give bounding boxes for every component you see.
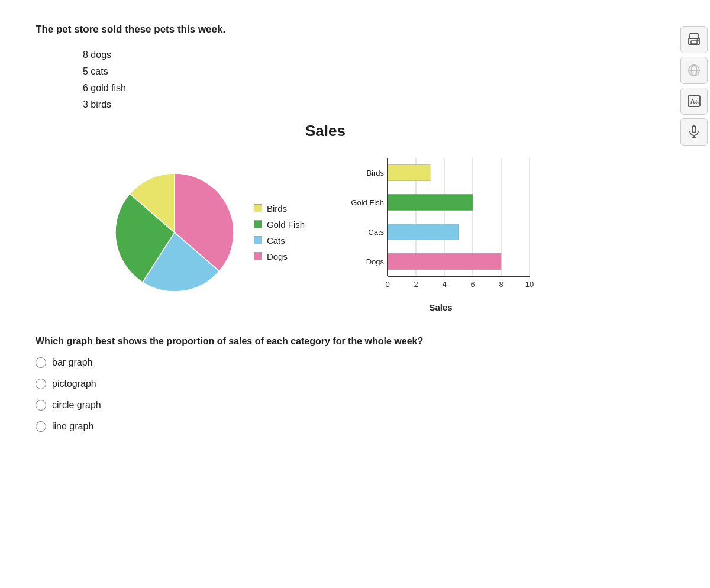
pet-list-item: 5 cats: [83, 66, 615, 77]
x-axis-label: Sales: [429, 302, 452, 312]
bar-chart: 0246810BirdsGold FishCatsDogs: [340, 152, 541, 300]
translate-icon: A あ: [687, 94, 701, 108]
legend-label: Birds: [267, 203, 287, 214]
legend-color-swatch: [254, 220, 262, 228]
svg-point-3: [697, 40, 698, 41]
bar-rect: [388, 194, 473, 211]
legend-label: Dogs: [267, 251, 288, 261]
bar-category-label: Birds: [366, 169, 384, 177]
legend-label: Gold Fish: [267, 219, 305, 230]
charts-section: Sales BirdsGold FishCatsDogs 0246810Bird…: [36, 122, 615, 312]
question-text: Which graph best shows the proportion of…: [36, 336, 615, 347]
legend-item: Birds: [254, 203, 305, 214]
x-tick-label: 8: [499, 280, 503, 289]
x-tick-label: 10: [525, 280, 534, 289]
charts-row: BirdsGold FishCatsDogs 0246810BirdsGold …: [109, 152, 541, 312]
bar-chart-container: 0246810BirdsGold FishCatsDogs Sales: [340, 152, 541, 312]
legend-color-swatch: [254, 252, 262, 260]
print-icon: [687, 33, 701, 47]
pet-list-item: 3 birds: [83, 99, 615, 110]
intro-text: The pet store sold these pets this week.: [36, 24, 615, 35]
question-section: Which graph best shows the proportion of…: [36, 336, 615, 432]
pet-list-item: 6 gold fish: [83, 83, 615, 93]
svg-rect-2: [691, 41, 697, 44]
radio-label-bar: bar graph: [52, 357, 93, 368]
mic-button[interactable]: [680, 118, 708, 146]
charts-title: Sales: [305, 122, 346, 140]
sidebar-toolbar: A あ: [678, 24, 710, 148]
radio-option-pictograph[interactable]: pictograph: [36, 379, 615, 389]
svg-rect-10: [692, 126, 696, 133]
bar-category-label: Cats: [368, 228, 384, 237]
svg-text:あ: あ: [695, 99, 699, 105]
radio-options-container: bar graphpictographcircle graphline grap…: [36, 357, 615, 432]
globe-button[interactable]: [680, 57, 708, 84]
legend-item: Dogs: [254, 251, 305, 261]
bar-rect: [388, 224, 459, 240]
radio-label-line: line graph: [52, 421, 93, 432]
x-tick-label: 4: [442, 280, 446, 289]
radio-input-line[interactable]: [36, 421, 46, 432]
legend-item: Cats: [254, 235, 305, 245]
pie-chart: [109, 167, 240, 298]
translate-button[interactable]: A あ: [680, 88, 708, 115]
radio-label-pictograph: pictograph: [52, 379, 96, 389]
bar-category-label: Dogs: [366, 257, 385, 266]
radio-option-circle[interactable]: circle graph: [36, 400, 615, 411]
x-tick-label: 6: [470, 280, 475, 289]
bar-rect: [388, 253, 501, 270]
radio-input-circle[interactable]: [36, 400, 46, 411]
svg-rect-0: [690, 34, 698, 38]
bar-rect: [388, 164, 430, 181]
pet-list: 8 dogs5 cats6 gold fish3 birds: [83, 50, 615, 110]
main-content: The pet store sold these pets this week.…: [0, 0, 651, 466]
radio-option-line[interactable]: line graph: [36, 421, 615, 432]
bar-category-label: Gold Fish: [351, 198, 384, 207]
radio-input-pictograph[interactable]: [36, 379, 46, 389]
legend-item: Gold Fish: [254, 219, 305, 230]
globe-icon: [687, 63, 701, 77]
pet-list-item: 8 dogs: [83, 50, 615, 60]
radio-label-circle: circle graph: [52, 400, 101, 411]
legend-color-swatch: [254, 204, 262, 212]
radio-input-bar[interactable]: [36, 357, 46, 368]
legend-color-swatch: [254, 236, 262, 244]
radio-option-bar[interactable]: bar graph: [36, 357, 615, 368]
x-tick-label: 2: [414, 280, 418, 289]
print-button[interactable]: [680, 26, 708, 53]
mic-icon: [687, 125, 701, 139]
chart-legend: BirdsGold FishCatsDogs: [254, 203, 305, 261]
x-tick-label: 0: [385, 280, 389, 289]
pie-and-legend: BirdsGold FishCatsDogs: [109, 167, 305, 298]
legend-label: Cats: [267, 235, 285, 245]
